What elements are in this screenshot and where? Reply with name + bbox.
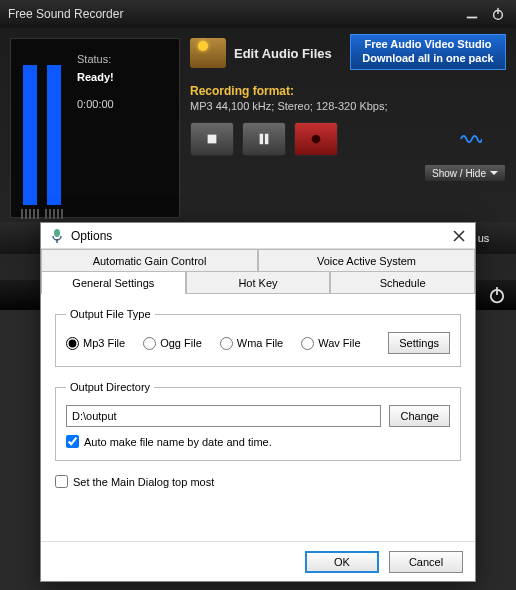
tab-auto-gain[interactable]: Automatic Gain Control <box>41 249 258 271</box>
svg-rect-4 <box>260 134 264 145</box>
dialog-body: Output File Type Mp3 File Ogg File Wma F… <box>41 294 475 541</box>
tab-label: Schedule <box>380 277 426 289</box>
radio-mp3[interactable]: Mp3 File <box>66 337 125 350</box>
status-value: Ready! <box>77 69 114 87</box>
pause-button[interactable] <box>242 122 286 156</box>
minimize-button[interactable] <box>462 6 482 22</box>
wave-icon[interactable] <box>460 130 482 148</box>
svg-rect-2 <box>497 8 498 14</box>
dialog-footer: OK Cancel <box>41 541 475 581</box>
power-button[interactable] <box>488 6 508 22</box>
tab-label: Automatic Gain Control <box>93 255 207 267</box>
svg-rect-14 <box>496 287 498 295</box>
svg-rect-16 <box>56 239 57 243</box>
tab-hotkey[interactable]: Hot Key <box>186 271 331 293</box>
level-meters <box>19 47 65 209</box>
svg-point-15 <box>54 229 60 237</box>
radio-wma-input[interactable] <box>220 337 233 350</box>
power-icon[interactable] <box>488 286 506 304</box>
promo-banner[interactable]: Free Audio Video Studio Download all in … <box>350 34 506 70</box>
microphone-icon <box>49 228 65 244</box>
svg-rect-5 <box>265 134 269 145</box>
topmost-checkbox[interactable]: Set the Main Dialog top most <box>55 475 461 488</box>
tab-label: Voice Active System <box>317 255 416 267</box>
tab-voice-active[interactable]: Voice Active System <box>258 249 475 271</box>
radio-ogg[interactable]: Ogg File <box>143 337 202 350</box>
radio-wav[interactable]: Wav File <box>301 337 360 350</box>
promo-line2: Download all in one pack <box>355 52 501 66</box>
svg-point-6 <box>312 135 321 144</box>
meter-right <box>47 65 61 205</box>
radio-label: Mp3 File <box>83 337 125 349</box>
auto-filename-checkbox[interactable]: Auto make file name by date and time. <box>66 435 450 448</box>
radio-mp3-input[interactable] <box>66 337 79 350</box>
tab-label: Hot Key <box>238 277 277 289</box>
dialog-titlebar: Options <box>41 223 475 249</box>
svg-rect-3 <box>208 135 217 144</box>
dialog-title: Options <box>71 229 112 243</box>
record-button[interactable] <box>294 122 338 156</box>
radio-wma[interactable]: Wma File <box>220 337 283 350</box>
show-hide-label: Show / Hide <box>432 168 486 179</box>
cancel-button[interactable]: Cancel <box>389 551 463 573</box>
filetype-settings-button[interactable]: Settings <box>388 332 450 354</box>
titlebar: Free Sound Recorder <box>0 0 516 28</box>
edit-audio-icon[interactable] <box>190 38 226 68</box>
status-block: Status: Ready! 0:00:00 <box>77 47 114 209</box>
output-directory-legend: Output Directory <box>66 381 154 393</box>
checkbox-label: Set the Main Dialog top most <box>73 476 214 488</box>
close-button[interactable] <box>451 228 467 244</box>
output-directory-input[interactable] <box>66 405 381 427</box>
main-panel: Edit Audio Files Free Audio Video Studio… <box>190 38 506 218</box>
tab-general[interactable]: General Settings <box>41 271 186 293</box>
radio-label: Wav File <box>318 337 360 349</box>
options-dialog: Options Automatic Gain Control Voice Act… <box>40 222 476 582</box>
tab-label: General Settings <box>72 277 154 289</box>
status-time: 0:00:00 <box>77 96 114 114</box>
auto-filename-input[interactable] <box>66 435 79 448</box>
radio-ogg-input[interactable] <box>143 337 156 350</box>
promo-line1: Free Audio Video Studio <box>355 38 501 52</box>
output-filetype-group: Output File Type Mp3 File Ogg File Wma F… <box>55 308 461 367</box>
recording-format: Recording format: MP3 44,100 kHz; Stereo… <box>190 84 506 112</box>
meter-left <box>23 65 37 205</box>
output-directory-group: Output Directory Change Auto make file n… <box>55 381 461 461</box>
radio-label: Wma File <box>237 337 283 349</box>
status-panel: Status: Ready! 0:00:00 <box>10 38 180 218</box>
tab-schedule[interactable]: Schedule <box>330 271 475 293</box>
chevron-down-icon <box>490 169 498 177</box>
svg-rect-0 <box>467 17 478 19</box>
topmost-input[interactable] <box>55 475 68 488</box>
status-label: Status: <box>77 51 114 69</box>
stop-button[interactable] <box>190 122 234 156</box>
ok-button[interactable]: OK <box>305 551 379 573</box>
tab-strip: Automatic Gain Control Voice Active Syst… <box>41 249 475 294</box>
app-title: Free Sound Recorder <box>8 7 123 21</box>
radio-wav-input[interactable] <box>301 337 314 350</box>
output-filetype-legend: Output File Type <box>66 308 155 320</box>
music-note-icon[interactable] <box>490 130 506 148</box>
change-directory-button[interactable]: Change <box>389 405 450 427</box>
recording-format-header: Recording format: <box>190 84 506 98</box>
recording-format-value: MP3 44,100 kHz; Stereo; 128-320 Kbps; <box>190 100 506 112</box>
radio-label: Ogg File <box>160 337 202 349</box>
show-hide-button[interactable]: Show / Hide <box>424 164 506 182</box>
checkbox-label: Auto make file name by date and time. <box>84 436 272 448</box>
edit-audio-link[interactable]: Edit Audio Files <box>234 46 332 61</box>
